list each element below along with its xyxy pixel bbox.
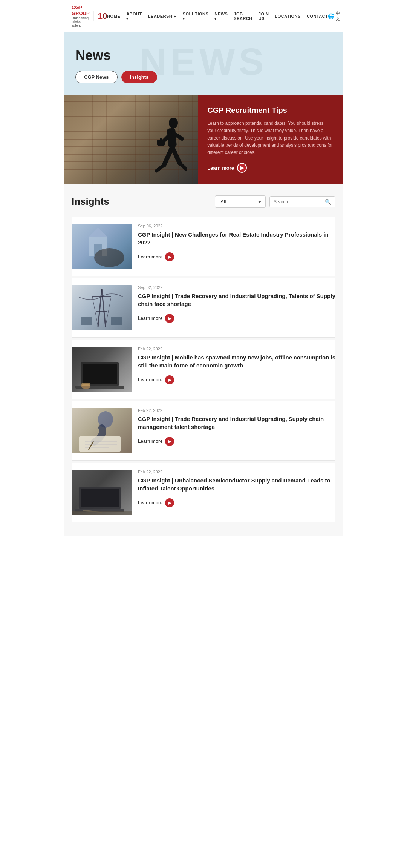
learn-more-label: Learn more — [138, 500, 162, 505]
feature-title: CGP Recruitment Tips — [207, 106, 334, 115]
learn-more-arrow-icon: ▶ — [165, 314, 174, 323]
article-thumbnail — [72, 470, 132, 515]
svg-rect-8 — [157, 140, 165, 146]
learn-more-arrow-icon: ▶ — [237, 163, 247, 173]
silhouette-icon — [153, 116, 187, 177]
nav-about[interactable]: ABOUT — [126, 12, 142, 21]
nav-join-us[interactable]: JOIN US — [259, 12, 269, 21]
svg-line-14 — [98, 289, 102, 327]
nav-solutions[interactable]: SOLUTIONS — [183, 12, 209, 21]
table-row: Feb 22, 2022 CGP Insight | Mobile has sp… — [72, 340, 335, 399]
brand-name: CGP GROUP — [72, 5, 90, 16]
category-filter[interactable]: All Real Estate Supply Chain Mobile Semi… — [215, 195, 266, 208]
lang-label: 中文 — [336, 11, 340, 22]
article-title: CGP Insight | Unbalanced Semiconductor S… — [138, 476, 335, 492]
tab-cgp-news[interactable]: CGP News — [75, 71, 118, 83]
table-row: Sep 06, 2022 CGP Insight | New Challenge… — [72, 217, 335, 276]
feature-learn-more-label: Learn more — [207, 165, 234, 171]
article-date: Sep 06, 2022 — [138, 224, 335, 228]
hero-section: NEWS News CGP News Insights — [64, 32, 343, 95]
svg-line-7 — [180, 163, 186, 169]
svg-point-13 — [94, 248, 124, 267]
learn-more-arrow-icon: ▶ — [165, 375, 174, 384]
svg-line-4 — [164, 147, 172, 165]
learn-more-label: Learn more — [138, 254, 162, 260]
svg-line-5 — [172, 147, 180, 163]
feature-content: CGP Recruitment Tips Learn to approach p… — [198, 95, 343, 184]
feature-banner: CGP Recruitment Tips Learn to approach p… — [64, 95, 343, 184]
article-content: Feb 22, 2022 CGP Insight | Unbalanced Se… — [138, 470, 335, 507]
tab-insights[interactable]: Insights — [121, 71, 158, 83]
svg-rect-35 — [81, 489, 119, 507]
logo[interactable]: CGP GROUP Unleashing Global Talent 10 — [72, 5, 107, 28]
search-input[interactable] — [274, 199, 323, 204]
insights-header: Insights All Real Estate Supply Chain Mo… — [72, 195, 335, 208]
table-row: Feb 22, 2022 CGP Insight | Trade Recover… — [72, 401, 335, 461]
article-learn-more-button[interactable]: Learn more ▶ — [138, 252, 174, 261]
article-thumbnail — [72, 408, 132, 453]
article-title: CGP Insight | Trade Recovery and Industr… — [138, 415, 335, 431]
nav-leadership[interactable]: LEADERSHIP — [148, 14, 177, 18]
navigation: CGP GROUP Unleashing Global Talent 10 HO… — [64, 0, 343, 32]
article-thumbnail — [72, 347, 132, 392]
article-thumbnail — [72, 285, 132, 330]
article-learn-more-button[interactable]: Learn more ▶ — [138, 498, 174, 507]
svg-rect-24 — [83, 364, 117, 384]
filter-row: All Real Estate Supply Chain Mobile Semi… — [215, 195, 335, 208]
learn-more-arrow-icon: ▶ — [165, 252, 174, 261]
anniversary-badge: 10 — [93, 11, 107, 21]
learn-more-label: Learn more — [138, 439, 162, 444]
article-list: Sep 06, 2022 CGP Insight | New Challenge… — [72, 217, 335, 524]
article-content: Sep 06, 2022 CGP Insight | New Challenge… — [138, 224, 335, 261]
article-content: Feb 22, 2022 CGP Insight | Trade Recover… — [138, 408, 335, 446]
article-thumbnail — [72, 224, 132, 269]
svg-marker-11 — [89, 227, 107, 237]
article-content: Feb 22, 2022 CGP Insight | Mobile has sp… — [138, 347, 335, 384]
svg-rect-29 — [79, 436, 121, 452]
article-learn-more-button[interactable]: Learn more ▶ — [138, 437, 174, 446]
article-date: Feb 22, 2022 — [138, 347, 335, 351]
search-box: 🔍 — [269, 196, 335, 207]
brand-sub: Unleashing Global Talent — [72, 16, 90, 28]
nav-contact[interactable]: CONTACT — [307, 14, 328, 18]
article-date: Sep 02, 2022 — [138, 285, 335, 290]
svg-point-0 — [169, 118, 178, 128]
table-row: Sep 02, 2022 CGP Insight | Trade Recover… — [72, 278, 335, 338]
article-date: Feb 22, 2022 — [138, 408, 335, 413]
globe-icon: 🌐 — [328, 13, 334, 19]
learn-more-arrow-icon: ▶ — [165, 437, 174, 446]
learn-more-arrow-icon: ▶ — [165, 498, 174, 507]
svg-line-15 — [102, 289, 106, 327]
table-row: Feb 22, 2022 CGP Insight | Unbalanced Se… — [72, 463, 335, 522]
nav-job-search[interactable]: JOB SEARCH — [234, 12, 252, 21]
article-title: CGP Insight | Trade Recovery and Industr… — [138, 292, 335, 308]
nav-news[interactable]: NEWS — [214, 12, 228, 21]
svg-rect-38 — [72, 511, 132, 515]
article-learn-more-button[interactable]: Learn more ▶ — [138, 375, 174, 384]
svg-rect-22 — [111, 317, 122, 325]
feature-description: Learn to approach potential candidates. … — [207, 120, 334, 156]
svg-rect-21 — [81, 317, 92, 325]
news-tabs: CGP News Insights — [75, 71, 332, 83]
nav-links: HOME ABOUT LEADERSHIP SOLUTIONS NEWS JOB… — [107, 12, 328, 21]
svg-rect-27 — [81, 383, 90, 386]
nav-locations[interactable]: LOCATIONS — [275, 14, 301, 18]
insights-section: Insights All Real Estate Supply Chain Mo… — [64, 184, 343, 536]
learn-more-label: Learn more — [138, 377, 162, 383]
insights-title: Insights — [72, 196, 109, 207]
search-button[interactable]: 🔍 — [325, 199, 331, 205]
page-title: News — [75, 48, 332, 63]
article-date: Feb 22, 2022 — [138, 470, 335, 474]
article-learn-more-button[interactable]: Learn more ▶ — [138, 314, 174, 323]
language-switcher[interactable]: 🌐 中文 — [328, 11, 340, 22]
svg-line-6 — [156, 165, 164, 171]
article-content: Sep 02, 2022 CGP Insight | Trade Recover… — [138, 285, 335, 323]
article-title: CGP Insight | Mobile has spawned many ne… — [138, 353, 335, 369]
article-title: CGP Insight | New Challenges for Real Es… — [138, 230, 335, 246]
feature-learn-more-button[interactable]: Learn more ▶ — [207, 163, 247, 173]
nav-home[interactable]: HOME — [107, 14, 120, 18]
learn-more-label: Learn more — [138, 316, 162, 321]
feature-image — [64, 95, 198, 184]
